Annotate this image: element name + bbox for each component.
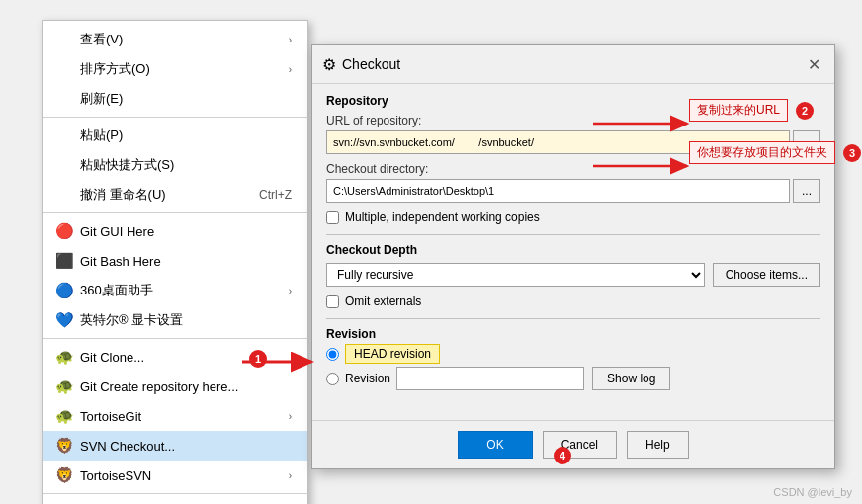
- menu-item-git-clone[interactable]: 🐢 Git Clone...: [43, 342, 307, 372]
- repository-section-label: Repository: [326, 94, 820, 108]
- tortoisegit-arrow: ›: [289, 411, 292, 422]
- menu-item-intel[interactable]: 💙 英特尔® 显卡设置: [43, 305, 307, 335]
- dialog-body: Repository URL of repository: ... Checko…: [312, 84, 834, 406]
- git-bash-icon: ⬛: [54, 251, 74, 271]
- head-revision-radio[interactable]: [326, 348, 339, 361]
- help-button[interactable]: Help: [627, 431, 689, 459]
- 360-icon: 🔵: [54, 281, 74, 300]
- head-revision-label: HEAD revision: [345, 347, 440, 361]
- svn-checkout-icon: 🦁: [54, 436, 74, 456]
- refresh-icon: [54, 89, 74, 109]
- dialog-title: Checkout: [342, 56, 803, 72]
- revision-row: Revision Show log: [326, 367, 820, 390]
- url-field-row: ...: [326, 130, 820, 154]
- revision-input[interactable]: [396, 367, 584, 390]
- directory-input[interactable]: [326, 179, 790, 203]
- omit-externals-label: Omit externals: [345, 294, 421, 308]
- menu-item-paste-shortcut-label: 粘贴快捷方式(S): [80, 156, 292, 174]
- tortoisesvn-arrow: ›: [289, 470, 292, 481]
- directory-browse-button[interactable]: ...: [793, 179, 820, 203]
- menu-item-view-label: 查看(V): [80, 31, 281, 48]
- menu-item-undo-rename[interactable]: 撤消 重命名(U) Ctrl+Z: [43, 180, 307, 210]
- menu-item-tortoisesvn-label: TortoiseSVN: [80, 468, 281, 483]
- paste-shortcut-icon: [54, 155, 74, 175]
- menu-item-undo-label: 撤消 重命名(U): [80, 186, 239, 204]
- intel-icon: 💙: [54, 310, 74, 330]
- dialog-close-button[interactable]: ✕: [803, 53, 824, 75]
- menu-item-git-create[interactable]: 🐢 Git Create repository here...: [43, 372, 307, 401]
- git-create-icon: 🐢: [54, 377, 74, 396]
- head-revision-row: HEAD revision: [326, 347, 820, 361]
- menu-item-360-label: 360桌面助手: [80, 282, 281, 299]
- revision-section-label: Revision: [326, 327, 820, 341]
- sort-arrow: ›: [289, 64, 292, 75]
- view-icon: [54, 30, 74, 49]
- divider-2: [43, 212, 307, 213]
- menu-item-git-clone-label: Git Clone...: [80, 350, 292, 365]
- tortoisesvn-icon: 🦁: [54, 465, 74, 485]
- menu-item-paste-shortcut[interactable]: 粘贴快捷方式(S): [43, 150, 307, 180]
- omit-externals-row: Omit externals: [326, 294, 820, 308]
- menu-item-view[interactable]: 查看(V) ›: [43, 25, 307, 54]
- specific-revision-label: Revision: [345, 372, 390, 385]
- menu-item-sort[interactable]: 排序方式(O) ›: [43, 54, 307, 84]
- menu-item-360[interactable]: 🔵 360桌面助手 ›: [43, 276, 307, 305]
- url-input[interactable]: [326, 130, 790, 154]
- paste-icon: [54, 126, 74, 145]
- undo-icon: [54, 185, 74, 205]
- menu-item-tortoisesvn[interactable]: 🦁 TortoiseSVN ›: [43, 461, 307, 490]
- menu-item-refresh-label: 刷新(E): [80, 90, 292, 108]
- show-log-button[interactable]: Show log: [592, 367, 670, 390]
- menu-item-tortoisegit-label: TortoiseGit: [80, 409, 281, 424]
- view-arrow: ›: [289, 35, 292, 45]
- url-browse-button[interactable]: ...: [793, 130, 820, 154]
- cancel-button[interactable]: Cancel: [543, 431, 617, 459]
- menu-item-git-bash-label: Git Bash Here: [80, 254, 292, 269]
- multiple-copies-label: Multiple, independent working copies: [345, 210, 540, 224]
- section-divider-2: [326, 318, 820, 319]
- menu-item-svn-checkout[interactable]: 🦁 SVN Checkout...: [43, 431, 307, 461]
- menu-item-intel-label: 英特尔® 显卡设置: [80, 311, 292, 329]
- tortoisegit-icon: 🐢: [54, 406, 74, 426]
- undo-shortcut: Ctrl+Z: [259, 188, 292, 202]
- multiple-copies-row: Multiple, independent working copies: [326, 210, 820, 224]
- menu-item-sort-label: 排序方式(O): [80, 60, 281, 78]
- divider-1: [43, 117, 307, 118]
- menu-item-svn-checkout-label: SVN Checkout...: [80, 439, 292, 454]
- menu-item-git-create-label: Git Create repository here...: [80, 379, 292, 394]
- omit-externals-checkbox[interactable]: [326, 295, 339, 308]
- watermark: CSDN @levi_by: [773, 486, 852, 498]
- depth-section-label: Checkout Depth: [326, 243, 820, 257]
- multiple-copies-checkbox[interactable]: [326, 211, 339, 224]
- 360-arrow: ›: [289, 286, 292, 296]
- choose-items-button[interactable]: Choose items...: [713, 263, 820, 287]
- menu-item-paste[interactable]: 粘贴(P): [43, 121, 307, 150]
- url-field-label: URL of repository:: [326, 114, 820, 127]
- menu-item-git-gui-label: Git GUI Here: [80, 224, 292, 239]
- menu-item-refresh[interactable]: 刷新(E): [43, 84, 307, 114]
- dialog-title-icon: ⚙: [322, 55, 336, 74]
- depth-select[interactable]: Fully recursive: [326, 263, 705, 287]
- menu-item-git-gui[interactable]: 🔴 Git GUI Here: [43, 216, 307, 246]
- dialog-footer: OK Cancel Help: [312, 420, 834, 468]
- ok-button[interactable]: OK: [458, 431, 532, 459]
- depth-row: Fully recursive Choose items...: [326, 263, 820, 287]
- specific-revision-radio[interactable]: [326, 373, 339, 385]
- git-clone-icon: 🐢: [54, 347, 74, 367]
- menu-item-new[interactable]: 新建(W) ›: [43, 497, 307, 504]
- menu-item-tortoisegit[interactable]: 🐢 TortoiseGit ›: [43, 401, 307, 431]
- divider-4: [43, 493, 307, 494]
- directory-field-row: ...: [326, 179, 820, 203]
- directory-field-label: Checkout directory:: [326, 162, 820, 176]
- section-divider-1: [326, 234, 820, 235]
- divider-3: [43, 338, 307, 339]
- checkout-dialog: ⚙ Checkout ✕ Repository URL of repositor…: [311, 44, 835, 469]
- git-gui-icon: 🔴: [54, 221, 74, 241]
- menu-item-paste-label: 粘贴(P): [80, 126, 292, 144]
- badge-3: 3: [843, 144, 861, 162]
- sort-icon: [54, 59, 74, 79]
- dialog-titlebar: ⚙ Checkout ✕: [312, 45, 834, 84]
- menu-item-git-bash[interactable]: ⬛ Git Bash Here: [43, 246, 307, 276]
- context-menu: 查看(V) › 排序方式(O) › 刷新(E) 粘贴(P) 粘贴快捷方式(S) …: [42, 20, 308, 504]
